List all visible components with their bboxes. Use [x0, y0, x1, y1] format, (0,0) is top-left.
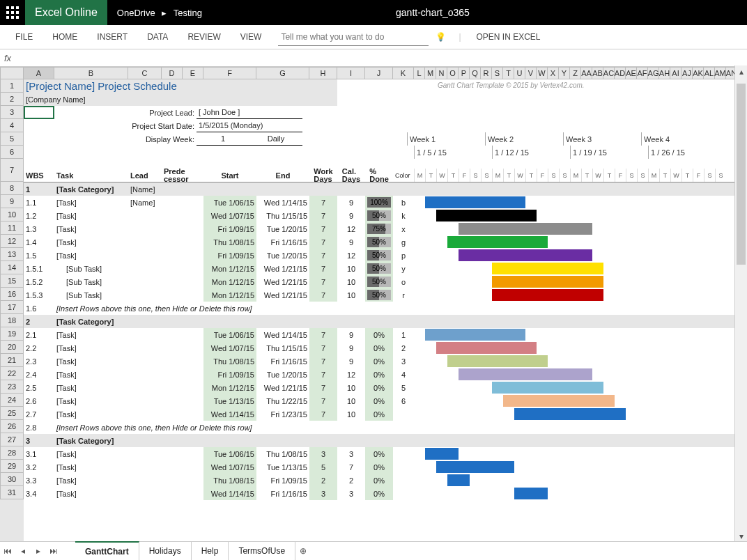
column-header-AG[interactable]: AG	[648, 67, 659, 79]
row-header-4[interactable]: 4	[0, 119, 24, 132]
sheet-tab-termsofuse[interactable]: TermsOfUse	[229, 542, 295, 560]
vertical-scrollbar[interactable]: ▴ ▾	[734, 65, 747, 542]
tab-review[interactable]: REVIEW	[178, 25, 230, 49]
tab-view[interactable]: VIEW	[231, 25, 272, 49]
row-header-12[interactable]: 12	[0, 235, 24, 248]
select-all-corner[interactable]	[0, 67, 24, 79]
column-header-E[interactable]: E	[183, 67, 203, 79]
sheet-tab-holidays[interactable]: Holidays	[139, 542, 192, 560]
sheet-nav-prev[interactable]: ◂	[15, 546, 31, 556]
column-header-V[interactable]: V	[525, 67, 537, 79]
row-header-3[interactable]: 3	[0, 106, 24, 119]
column-header-P[interactable]: P	[459, 67, 470, 79]
column-header-AM[interactable]: AM	[715, 67, 726, 79]
column-header-AD[interactable]: AD	[615, 67, 626, 79]
column-header-I[interactable]: I	[337, 67, 365, 79]
column-header-L[interactable]: L	[414, 67, 425, 79]
formula-bar[interactable]: fx	[0, 49, 747, 67]
grid-body[interactable]: Gantt Chart Template © 2015 by Vertex42.…	[24, 79, 747, 500]
column-header-H[interactable]: H	[309, 67, 337, 79]
scroll-thumb[interactable]	[737, 84, 746, 265]
selected-cell-A3[interactable]	[24, 106, 54, 119]
column-header-AB[interactable]: AB	[592, 67, 603, 79]
row-header-29[interactable]: 29	[0, 460, 24, 473]
column-header-M[interactable]: M	[425, 67, 436, 79]
row-header-31[interactable]: 31	[0, 486, 24, 499]
row-header-6[interactable]: 6	[0, 146, 24, 159]
breadcrumb-folder[interactable]: Testing	[174, 8, 202, 18]
column-header-S[interactable]: S	[492, 67, 503, 79]
column-header-O[interactable]: O	[447, 67, 459, 79]
column-header-Z[interactable]: Z	[570, 67, 581, 79]
scroll-up-icon[interactable]: ▴	[735, 65, 747, 77]
sheet-nav-next[interactable]: ▸	[31, 546, 46, 556]
tellme-input[interactable]	[278, 29, 429, 46]
breadcrumb-root[interactable]: OneDrive	[117, 8, 155, 18]
column-header-K[interactable]: K	[393, 67, 414, 79]
row-header-9[interactable]: 9	[0, 195, 24, 208]
sheet-tab-help[interactable]: Help	[192, 542, 229, 560]
column-header-AH[interactable]: AH	[659, 67, 670, 79]
row-header-7[interactable]: 7	[0, 159, 24, 182]
column-header-AK[interactable]: AK	[693, 67, 704, 79]
column-header-N[interactable]: N	[436, 67, 447, 79]
row-header-22[interactable]: 22	[0, 367, 24, 380]
app-launcher-button[interactable]	[0, 0, 25, 25]
row-header-18[interactable]: 18	[0, 314, 24, 327]
column-header-X[interactable]: X	[548, 67, 559, 79]
spreadsheet-grid[interactable]: 1234567891011121314151617181920212223242…	[0, 67, 747, 543]
column-header-AF[interactable]: AF	[637, 67, 648, 79]
column-headers[interactable]: ABCDEFGHIJKLMNOPQRSTUVWXYZAAABACADAEAFAG…	[24, 67, 747, 79]
column-header-AI[interactable]: AI	[670, 67, 681, 79]
column-header-T[interactable]: T	[503, 67, 514, 79]
row-header-14[interactable]: 14	[0, 261, 24, 274]
row-header-30[interactable]: 30	[0, 473, 24, 486]
row-header-2[interactable]: 2	[0, 93, 24, 106]
column-header-AE[interactable]: AE	[626, 67, 637, 79]
column-header-Q[interactable]: Q	[470, 67, 481, 79]
row-header-24[interactable]: 24	[0, 394, 24, 407]
column-header-U[interactable]: U	[514, 67, 525, 79]
row-header-15[interactable]: 15	[0, 274, 24, 288]
scroll-down-icon[interactable]: ▾	[735, 530, 747, 542]
row-header-23[interactable]: 23	[0, 380, 24, 394]
column-header-J[interactable]: J	[365, 67, 393, 79]
row-header-25[interactable]: 25	[0, 407, 24, 420]
column-header-AA[interactable]: AA	[581, 67, 592, 79]
column-header-F[interactable]: F	[203, 67, 256, 79]
tab-file[interactable]: FILE	[6, 25, 43, 49]
column-header-A[interactable]: A	[24, 67, 54, 79]
column-header-AC[interactable]: AC	[603, 67, 615, 79]
row-header-5[interactable]: 5	[0, 132, 24, 146]
tab-data[interactable]: DATA	[137, 25, 178, 49]
column-header-R[interactable]: R	[481, 67, 492, 79]
row-header-10[interactable]: 10	[0, 208, 24, 221]
row-header-19[interactable]: 19	[0, 327, 24, 341]
new-sheet-button[interactable]: ⊕	[295, 546, 311, 556]
column-header-AL[interactable]: AL	[704, 67, 715, 79]
row-header-17[interactable]: 17	[0, 301, 24, 314]
row-header-27[interactable]: 27	[0, 433, 24, 446]
row-header-13[interactable]: 13	[0, 248, 24, 261]
column-header-C[interactable]: C	[128, 67, 162, 79]
row-header-16[interactable]: 16	[0, 288, 24, 301]
row-header-26[interactable]: 26	[0, 420, 24, 433]
row-header-8[interactable]: 8	[0, 182, 24, 195]
sheet-tab-ganttchart[interactable]: GanttChart	[75, 541, 139, 560]
column-header-W[interactable]: W	[537, 67, 548, 79]
row-header-28[interactable]: 28	[0, 446, 24, 460]
sheet-nav-last[interactable]: ⏭	[46, 546, 61, 556]
column-header-Y[interactable]: Y	[559, 67, 570, 79]
tab-home[interactable]: HOME	[43, 25, 87, 49]
row-header-21[interactable]: 21	[0, 354, 24, 367]
sheet-nav-first[interactable]: ⏮	[0, 546, 15, 556]
row-header-11[interactable]: 11	[0, 221, 24, 235]
column-header-AJ[interactable]: AJ	[681, 67, 693, 79]
row-header-1[interactable]: 1	[0, 79, 24, 93]
column-header-G[interactable]: G	[256, 67, 309, 79]
row-header-20[interactable]: 20	[0, 341, 24, 354]
column-header-B[interactable]: B	[54, 67, 128, 79]
open-in-excel-button[interactable]: OPEN IN EXCEL	[467, 25, 550, 49]
tab-insert[interactable]: INSERT	[87, 25, 137, 49]
column-header-D[interactable]: D	[162, 67, 183, 79]
